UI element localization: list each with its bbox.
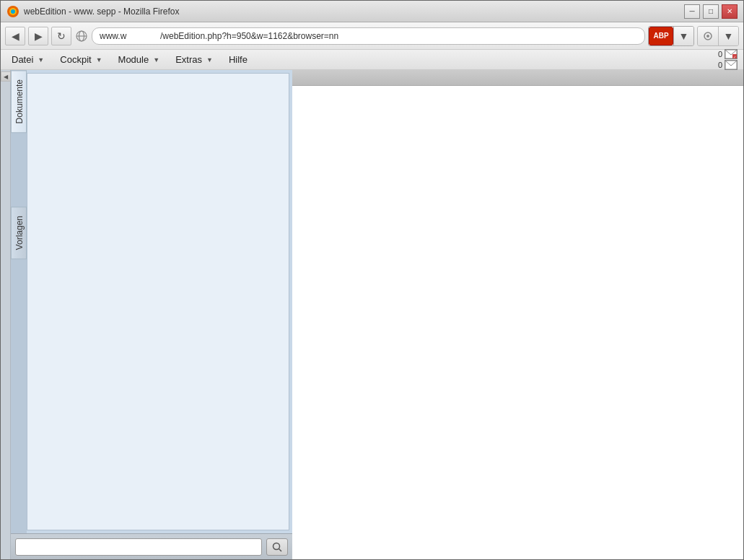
main-content: ◀ Dokumente Vorlagen xyxy=(1,70,743,559)
right-panel xyxy=(292,70,743,559)
tab-vorlagen[interactable]: Vorlagen xyxy=(11,206,27,259)
close-button[interactable]: ✕ xyxy=(722,4,738,19)
menu-cockpit[interactable]: Cockpit ▼ xyxy=(52,50,110,69)
adblock-button[interactable]: ABP xyxy=(649,27,673,45)
outer-scroll-up[interactable]: ◀ xyxy=(1,71,11,82)
globe-icon xyxy=(74,29,89,43)
menu-bar: Datei ▼ Cockpit ▼ Module ▼ Extras ▼ Hilf… xyxy=(1,50,743,70)
side-tabs: Dokumente Vorlagen xyxy=(11,70,27,533)
title-bar: webEdition - www. sepp - Mozilla Firefox… xyxy=(1,1,743,22)
left-panel-wrapper: Dokumente Vorlagen xyxy=(11,70,292,559)
mail-badge: 0 ✓ 0 xyxy=(718,49,738,70)
refresh-button[interactable]: ↻ xyxy=(51,27,71,45)
adblock-dropdown[interactable]: ▼ xyxy=(673,27,693,45)
svg-point-7 xyxy=(706,35,709,38)
nav-bar: ◀ ▶ ↻ ABP ▼ xyxy=(1,22,743,50)
title-bar-controls: ─ □ ✕ xyxy=(684,4,738,19)
module-arrow: ▼ xyxy=(153,56,159,64)
mail-count-1: 0 xyxy=(718,50,722,58)
cockpit-arrow: ▼ xyxy=(96,56,102,64)
firefox-icon xyxy=(6,5,19,18)
minimize-button[interactable]: ─ xyxy=(684,4,700,19)
right-content xyxy=(292,86,743,559)
svg-point-2 xyxy=(11,9,15,14)
browser-title: webEdition - www. sepp - Mozilla Firefox xyxy=(24,6,179,17)
svg-point-12 xyxy=(273,543,280,549)
tab-dokumente[interactable]: Dokumente xyxy=(11,70,27,133)
menu-hilfe[interactable]: Hilfe xyxy=(221,50,255,69)
extras-arrow: ▼ xyxy=(206,56,213,64)
search-button[interactable] xyxy=(266,538,288,556)
mail-count-row-1: 0 ✓ xyxy=(718,49,738,59)
nav-extra-dropdown[interactable]: ▼ xyxy=(718,27,738,45)
search-icon xyxy=(272,542,282,552)
title-bar-left: webEdition - www. sepp - Mozilla Firefox xyxy=(6,5,179,18)
search-input[interactable] xyxy=(15,538,262,556)
menu-module[interactable]: Module ▼ xyxy=(110,50,168,69)
mail-icon-2[interactable] xyxy=(725,60,738,70)
svg-line-13 xyxy=(279,548,282,551)
address-input[interactable] xyxy=(92,27,645,45)
forward-button[interactable]: ▶ xyxy=(28,27,48,45)
right-header xyxy=(292,70,743,86)
maximize-button[interactable]: □ xyxy=(703,4,719,19)
menu-extras[interactable]: Extras ▼ xyxy=(167,50,221,69)
menu-right: 0 ✓ 0 xyxy=(718,49,740,70)
nav-extra-button-group: ▼ xyxy=(697,26,739,46)
mail-count-2: 0 xyxy=(718,61,722,69)
outer-left-scrollbar[interactable]: ◀ xyxy=(1,70,11,559)
adblock-button-group: ABP ▼ xyxy=(648,26,694,46)
mail-icon-1[interactable]: ✓ xyxy=(725,49,738,59)
nav-right-buttons: ABP ▼ ▼ xyxy=(648,26,739,46)
address-bar-container xyxy=(74,27,645,45)
wrench-icon xyxy=(702,30,714,42)
nav-extra-button[interactable] xyxy=(698,27,718,45)
search-bar xyxy=(11,533,292,559)
menu-datei[interactable]: Datei ▼ xyxy=(4,50,52,69)
datei-arrow: ▼ xyxy=(38,56,44,64)
mail-count-row-2: 0 xyxy=(718,60,738,70)
svg-text:✓: ✓ xyxy=(733,55,736,58)
left-panel-body: Dokumente Vorlagen xyxy=(11,70,292,533)
browser-window: webEdition - www. sepp - Mozilla Firefox… xyxy=(0,0,744,560)
left-content-area xyxy=(27,73,289,530)
back-button[interactable]: ◀ xyxy=(5,27,25,45)
